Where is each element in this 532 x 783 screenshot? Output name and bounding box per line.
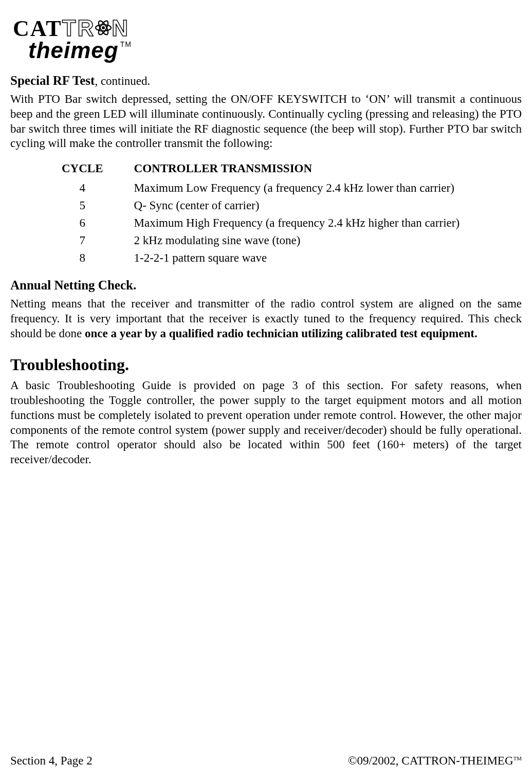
- footer-left: Section 4, Page 2: [10, 754, 93, 768]
- footer-right: ©09/2002, CATTRON-THEIMEGTM: [348, 754, 522, 768]
- tx-cell: Maximum Low Frequency (a frequency 2.4 k…: [134, 179, 481, 197]
- brand-logo: CATTRN theimegTM: [13, 15, 522, 63]
- page-footer: Section 4, Page 2 ©09/2002, CATTRON-THEI…: [10, 754, 522, 768]
- col-header-transmission: CONTROLLER TRANSMISSION: [134, 160, 481, 179]
- table-row: 7 2 kHz modulating sine wave (tone): [62, 232, 480, 249]
- special-rf-heading: Special RF Test, continued.: [10, 74, 522, 88]
- tx-cell: Maximum High Frequency (a frequency 2.4 …: [134, 214, 481, 232]
- cycle-cell: 7: [62, 232, 134, 249]
- cycle-cell: 6: [62, 214, 134, 232]
- tx-cell: 2 kHz modulating sine wave (tone): [134, 232, 481, 249]
- col-header-cycle: CYCLE: [62, 160, 134, 179]
- svg-point-3: [102, 26, 105, 29]
- table-row: 4 Maximum Low Frequency (a frequency 2.4…: [62, 179, 480, 197]
- table-header-row: CYCLE CONTROLLER TRANSMISSION: [62, 160, 480, 179]
- heading-continued: , continued.: [95, 75, 150, 87]
- annual-netting-body: Netting means that the receiver and tran…: [10, 297, 522, 341]
- logo-text-n: N: [112, 15, 130, 41]
- tx-cell: 1-2-2-1 pattern square wave: [134, 249, 481, 267]
- table-row: 6 Maximum High Frequency (a frequency 2.…: [62, 214, 480, 232]
- logo-text-tr: TR: [62, 15, 96, 41]
- footer-copyright: ©09/2002, CATTRON-THEIMEG: [348, 754, 513, 767]
- netting-body-bold: once a year by a qualified radio technic…: [85, 327, 478, 340]
- tx-cell: Q- Sync (center of carrier): [134, 197, 481, 214]
- cycle-cell: 8: [62, 249, 134, 267]
- heading-bold: Special RF Test: [10, 74, 95, 87]
- atom-icon: [94, 16, 113, 43]
- troubleshooting-body: A basic Troubleshooting Guide is provide…: [10, 378, 522, 467]
- cycle-cell: 5: [62, 197, 134, 214]
- cycle-cell: 4: [62, 179, 134, 197]
- table-row: 8 1-2-2-1 pattern square wave: [62, 249, 480, 267]
- troubleshooting-heading: Troubleshooting.: [10, 355, 522, 374]
- annual-netting-heading: Annual Netting Check.: [10, 278, 522, 293]
- table-row: 5 Q- Sync (center of carrier): [62, 197, 480, 214]
- special-rf-intro: With PTO Bar switch depressed, setting t…: [10, 92, 522, 151]
- rf-cycle-table: CYCLE CONTROLLER TRANSMISSION 4 Maximum …: [62, 160, 480, 267]
- trademark-icon: TM: [120, 40, 132, 48]
- trademark-icon: TM: [513, 755, 522, 761]
